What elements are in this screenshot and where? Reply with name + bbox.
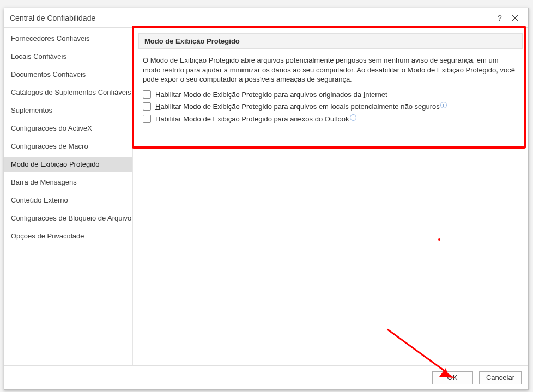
content-panel: Modo de Exibição Protegido O Modo de Exi…: [133, 28, 528, 365]
sidebar-item-8[interactable]: Barra de Mensagens: [4, 175, 132, 189]
checkbox-2[interactable]: [143, 115, 151, 123]
section-header: Modo de Exibição Protegido: [138, 33, 523, 49]
section-body: O Modo de Exibição Protegido abre arquiv…: [138, 56, 523, 124]
sidebar-item-11[interactable]: Opções de Privacidade: [4, 229, 132, 243]
checkbox-row-0: Habilitar Modo de Exibição Protegido par…: [143, 90, 517, 100]
checkbox-0[interactable]: [143, 90, 151, 99]
sidebar: Fornecedores ConfiáveisLocais Confiáveis…: [4, 28, 133, 365]
dialog-title: Central de Confiabilidade: [10, 14, 492, 22]
info-icon[interactable]: i: [440, 102, 447, 108]
dialog-body: Fornecedores ConfiáveisLocais Confiáveis…: [4, 28, 528, 365]
help-icon[interactable]: ?: [492, 10, 507, 26]
sidebar-item-2[interactable]: Documentos Confiáveis: [4, 67, 132, 82]
checkbox-1[interactable]: [143, 102, 151, 111]
sidebar-item-0[interactable]: Fornecedores Confiáveis: [4, 31, 132, 46]
checkbox-list: Habilitar Modo de Exibição Protegido par…: [143, 90, 517, 124]
cancel-button[interactable]: Cancelar: [479, 371, 522, 384]
annotation-dot: [438, 238, 440, 241]
info-icon[interactable]: i: [350, 114, 356, 121]
sidebar-item-4[interactable]: Suplementos: [4, 103, 132, 118]
titlebar: Central de Confiabilidade ?: [4, 8, 528, 28]
dialog-footer: OK Cancelar: [4, 365, 528, 389]
sidebar-item-5[interactable]: Configurações do ActiveX: [4, 121, 132, 136]
checkbox-label-1: Habilitar Modo de Exibição Protegido par…: [155, 102, 447, 112]
ok-button[interactable]: OK: [432, 371, 473, 384]
checkbox-row-1: Habilitar Modo de Exibição Protegido par…: [143, 102, 517, 112]
checkbox-label-0: Habilitar Modo de Exibição Protegido par…: [155, 90, 387, 100]
sidebar-item-1[interactable]: Locais Confiáveis: [4, 49, 132, 64]
sidebar-item-3[interactable]: Catálogos de Suplementos Confiáveis: [4, 85, 132, 100]
checkbox-label-2: Habilitar Modo de Exibição Protegido par…: [155, 114, 356, 124]
sidebar-item-7[interactable]: Modo de Exibição Protegido: [4, 157, 132, 171]
sidebar-item-9[interactable]: Conteúdo Externo: [4, 193, 132, 207]
sidebar-item-6[interactable]: Configurações de Macro: [4, 139, 132, 154]
section-description: O Modo de Exibição Protegido abre arquiv…: [143, 56, 517, 84]
sidebar-item-10[interactable]: Configurações de Bloqueio de Arquivo: [4, 211, 132, 225]
close-icon[interactable]: [507, 10, 523, 26]
checkbox-row-2: Habilitar Modo de Exibição Protegido par…: [143, 114, 517, 124]
trust-center-dialog: Central de Confiabilidade ? Fornecedores…: [4, 8, 529, 390]
